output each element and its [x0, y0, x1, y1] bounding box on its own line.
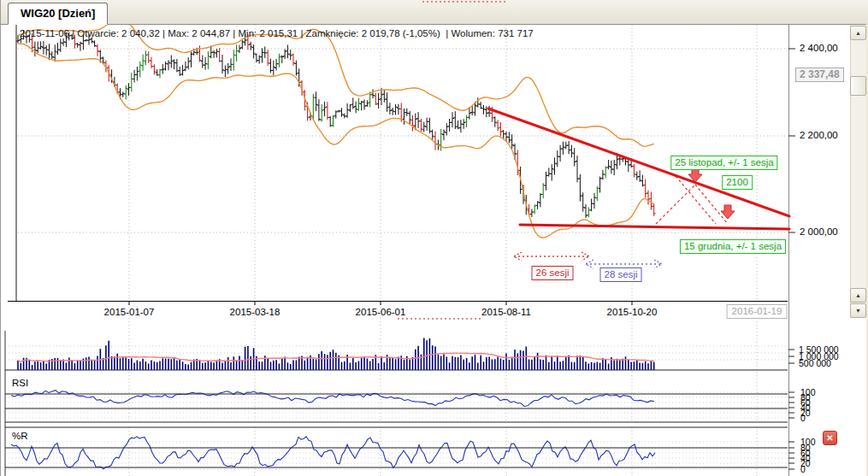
- pr-pane-label: %R: [12, 431, 28, 441]
- measure-label[interactable]: 28 sesji: [600, 267, 642, 282]
- chart-canvas: [1, 0, 868, 476]
- price-marker-badge: 2 337,48: [795, 68, 844, 82]
- date-axis-label: 2015-10-20: [607, 307, 658, 317]
- volume-axis-label: 500 000: [799, 358, 831, 368]
- arrow-down-icon: ▼: [855, 308, 861, 314]
- annotation-label[interactable]: 25 listopad, +/- 1 sesja: [670, 156, 777, 170]
- arrow-up-icon: ▲: [855, 30, 861, 36]
- tab-bar: [1, 0, 868, 25]
- date-axis-label: 2015-06-01: [356, 307, 406, 317]
- ohlc-info-bar: 2015-11-06 | Otwarcie: 2 040,32 | Max: 2…: [20, 28, 534, 38]
- price-axis-label: 2 000,00: [800, 226, 838, 237]
- rsi-axis-label: 0: [800, 413, 806, 423]
- date-axis-label: 2015-08-11: [481, 307, 531, 317]
- arrow-up-icon: ▲: [855, 292, 861, 298]
- scrollbar-zoom-out-button[interactable]: ▼: [850, 303, 866, 318]
- measure-label[interactable]: 26 sesji: [532, 266, 574, 280]
- charting-app-window: WIG20 [Dzień] 2015-11-06 | Otwarcie: 2 0…: [0, 0, 868, 476]
- annotation-label[interactable]: 2100: [722, 175, 753, 190]
- price-scrollbar-track[interactable]: [850, 25, 866, 318]
- scrollbar-zoom-in-button[interactable]: ▲: [850, 288, 866, 303]
- close-icon: ✕: [826, 433, 833, 443]
- pr-axis-label: 0: [800, 464, 806, 474]
- tab-label: WIG20 [Dzień]: [21, 7, 95, 20]
- close-pane-button[interactable]: ✕: [823, 431, 837, 445]
- scrollbar-up-button[interactable]: ▲: [850, 26, 866, 40]
- rsi-pane-label: RSI: [12, 378, 28, 388]
- chart-plot-area[interactable]: [1, 0, 868, 476]
- crosshair-date-badge: 2016-01-19: [727, 304, 788, 319]
- tab-wig20-daily[interactable]: WIG20 [Dzień]: [8, 3, 108, 25]
- date-axis-label: 2015-01-07: [104, 307, 155, 317]
- price-axis-label: 2 200,00: [800, 130, 838, 140]
- price-axis-label: 2 400,00: [800, 43, 838, 53]
- annotation-label[interactable]: 15 grudnia, +/- 1 sesja: [680, 239, 786, 254]
- date-axis-label: 2015-03-18: [230, 307, 280, 317]
- scrollbar-thumb[interactable]: [850, 76, 866, 96]
